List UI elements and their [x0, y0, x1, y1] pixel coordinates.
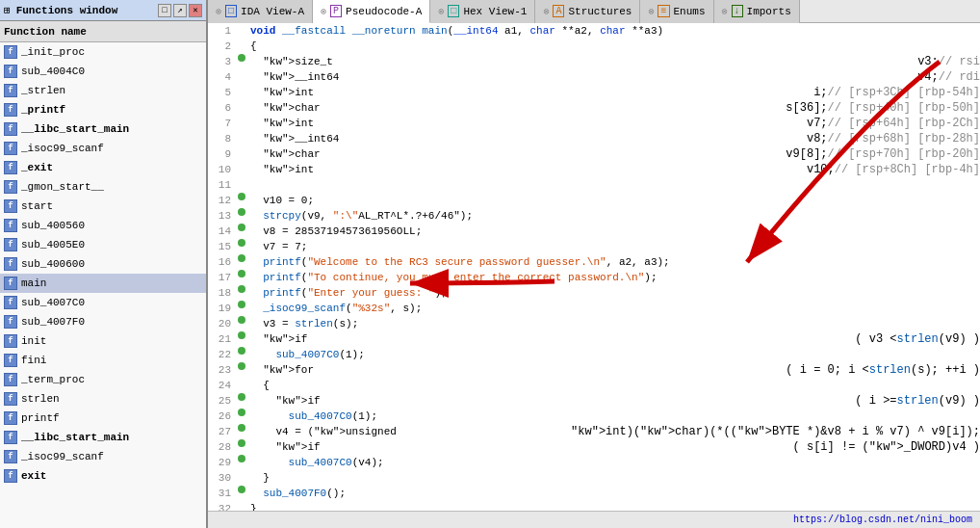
tab-enums[interactable]: ⊗ ≡ Enums [640, 0, 713, 23]
function-name: sub_400560 [21, 220, 85, 231]
close-tab-icon[interactable]: ⊗ [648, 6, 654, 17]
tab-label: Pseudocode-A [346, 6, 422, 17]
function-list-item[interactable]: f strlen [0, 389, 206, 409]
code-line: 15 v7 = 7; [208, 239, 980, 254]
minimize-button[interactable]: □ [158, 4, 171, 17]
tab-ida-view-a[interactable]: ⊗ □ IDA View-A [208, 0, 313, 23]
breakpoint-dot [238, 362, 245, 370]
line-number: 28 [208, 439, 235, 455]
tab-type-icon: ↓ [732, 5, 743, 17]
tab-label: Hex View-1 [463, 6, 527, 17]
line-number: 30 [208, 470, 235, 486]
line-code: "kw">size_t [248, 54, 917, 69]
function-list-item[interactable]: f sub_4007F0 [0, 312, 206, 331]
close-tab-icon[interactable]: ⊗ [321, 6, 326, 17]
function-list-item[interactable]: f sub_4007C0 [0, 293, 206, 312]
breakpoint-dot [238, 424, 245, 432]
function-name: _isoc99_scanf [21, 143, 104, 154]
function-list-item[interactable]: f _isoc99_scanf [0, 447, 206, 466]
close-tab-icon[interactable]: ⊗ [216, 6, 221, 17]
code-line: 8 "kw">__int64 v8; // [rsp+68h] [rbp-28h… [208, 131, 980, 146]
function-list-item[interactable]: f _term_proc [0, 370, 206, 389]
close-button[interactable]: ✕ [189, 4, 202, 17]
function-list-item[interactable]: f init [0, 331, 206, 351]
function-icon: f [4, 296, 17, 309]
code-line: 29 sub_4007C0(v4); [208, 455, 980, 470]
line-number: 27 [208, 424, 235, 439]
line-code: v3 = strlen(s); [248, 316, 980, 331]
function-list-item[interactable]: f sub_400560 [0, 216, 206, 235]
function-name: exit [21, 470, 46, 482]
function-icon: f [4, 469, 17, 483]
line-code: v8 = 2853719457361956OLL; [248, 224, 980, 239]
function-list-item[interactable]: f _exit [0, 158, 206, 177]
tab-pseudocode-a[interactable]: ⊗ P Pseudocode-A [313, 0, 430, 23]
tab-hex-view-1[interactable]: ⊗ □ Hex View-1 [430, 0, 535, 23]
line-number: 13 [208, 208, 235, 224]
function-list-item[interactable]: f _strlen [0, 81, 206, 100]
close-tab-icon[interactable]: ⊗ [438, 6, 444, 17]
code-line: 21 "kw">if ( v3 < strlen(v9) ) [208, 331, 980, 347]
float-button[interactable]: ↗ [173, 4, 187, 17]
function-icon: f [4, 277, 17, 290]
function-list-item[interactable]: f _printf [0, 100, 206, 119]
line-gutter [235, 424, 248, 432]
line-number: 23 [208, 362, 235, 378]
code-line: 26 sub_4007C0(1); [208, 409, 980, 424]
function-name: __libc_start_main [21, 123, 129, 135]
line-code: _isoc99_scanf("%32s", s); [248, 301, 980, 316]
function-list-item[interactable]: f _init_proc [0, 42, 206, 62]
tab-label: Imports [747, 6, 791, 17]
function-list-item[interactable]: f _gmon_start__ [0, 177, 206, 197]
function-list-item[interactable]: f sub_400600 [0, 254, 206, 274]
function-list-item[interactable]: f fini [0, 351, 206, 370]
tab-structures[interactable]: ⊗ A Structures [535, 0, 640, 23]
breakpoint-dot [238, 285, 245, 293]
function-icon: f [4, 103, 17, 117]
breakpoint-dot [238, 254, 245, 262]
line-gutter [235, 301, 248, 308]
line-code: v7 = 7; [248, 239, 980, 254]
tab-type-icon: □ [448, 5, 459, 17]
breakpoint-dot [238, 455, 245, 462]
function-list-item[interactable]: f sub_4005E0 [0, 235, 206, 254]
line-number: 4 [208, 69, 235, 85]
line-code: strcpy(v9, ":\"AL_RT^L*.?+6/46"); [248, 208, 980, 224]
breakpoint-dot [238, 193, 245, 200]
function-name: strlen [21, 393, 60, 405]
line-number: 14 [208, 224, 235, 239]
breakpoint-dot [238, 347, 245, 355]
line-code: "kw">if [248, 331, 855, 347]
breakpoint-dot [238, 54, 245, 62]
function-list-item[interactable]: f start [0, 197, 206, 216]
function-name: _printf [21, 104, 65, 116]
function-list-item[interactable]: f __libc_start_main [0, 428, 206, 447]
function-list-item[interactable]: f printf [0, 409, 206, 428]
code-area[interactable]: 1 void __fastcall __noreturn main(__int6… [208, 23, 980, 511]
line-gutter [235, 316, 248, 324]
line-code: "kw">__int64 [248, 69, 917, 85]
line-number: 25 [208, 393, 235, 409]
code-line: 28 "kw">if ( s[i] != ("kw">_DWORD)v4 ) [208, 439, 980, 455]
line-code: sub_4007C0(v4); [248, 455, 980, 470]
function-list-item[interactable]: f __libc_start_main [0, 119, 206, 139]
code-line: 20 v3 = strlen(s); [208, 316, 980, 331]
close-tab-icon[interactable]: ⊗ [543, 6, 549, 17]
code-line: 10 "kw">int v10; // [rsp+8Ch] [rbp-4h] [208, 162, 980, 177]
function-name: fini [21, 355, 46, 366]
close-tab-icon[interactable]: ⊗ [722, 6, 728, 17]
line-number: 19 [208, 301, 235, 316]
function-list-item[interactable]: f main [0, 274, 206, 293]
line-number: 18 [208, 285, 235, 301]
function-icon: f [4, 354, 17, 367]
code-line: 16 printf("Welcome to the RC3 secure pas… [208, 254, 980, 270]
line-number: 12 [208, 193, 235, 208]
function-list-item[interactable]: f exit [0, 466, 206, 486]
tab-imports[interactable]: ⊗ ↓ Imports [714, 0, 800, 23]
breakpoint-dot [238, 409, 245, 416]
function-list-item[interactable]: f _isoc99_scanf [0, 139, 206, 158]
code-line: 17 printf("To continue, you must enter t… [208, 270, 980, 285]
tab-label: Enums [674, 6, 706, 17]
window-controls: □ ↗ ✕ [158, 4, 202, 17]
function-list-item[interactable]: f sub_4004C0 [0, 62, 206, 81]
